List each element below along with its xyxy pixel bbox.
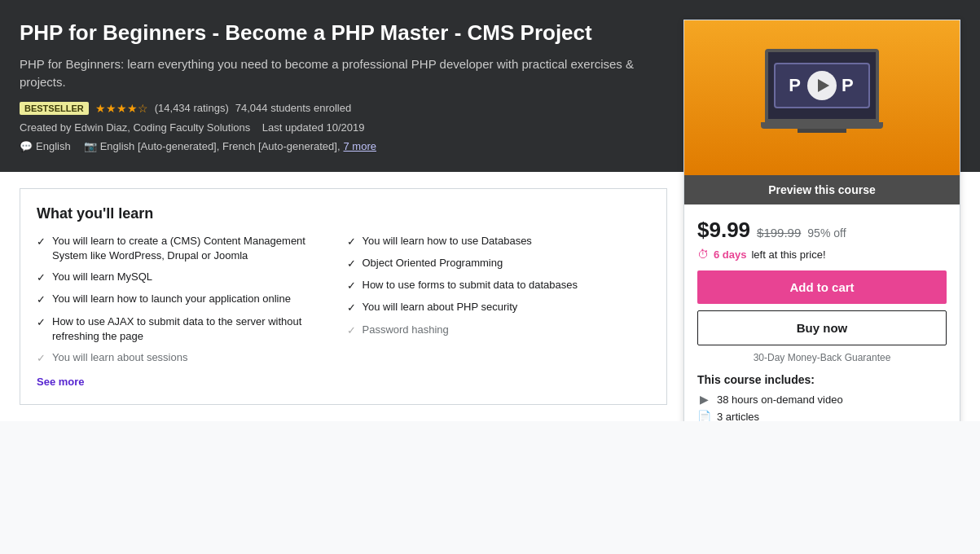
captions-label: English [Auto-generated], French [Auto-g… xyxy=(100,140,341,152)
checkmark-icon: ✓ xyxy=(347,235,356,249)
language-row: 💬 English 📷 English [Auto-generated], Fr… xyxy=(20,140,655,152)
course-preview[interactable]: P P xyxy=(684,20,960,175)
original-price: $199.99 xyxy=(757,226,801,240)
checkmark-icon-dimmed: ✓ xyxy=(347,323,356,338)
includes-item-video: ▶ 38 hours on-demand video xyxy=(697,393,947,406)
course-title: PHP for Beginners - Become a PHP Master … xyxy=(20,20,655,47)
timer-bold: 6 days xyxy=(714,248,746,261)
add-to-cart-button[interactable]: Add to cart xyxy=(697,270,947,304)
checkmark-icon: ✓ xyxy=(347,257,356,271)
what-learn-title: What you'll learn xyxy=(37,205,650,222)
buy-now-button[interactable]: Buy now xyxy=(697,310,947,345)
money-back-guarantee: 30-Day Money-Back Guarantee xyxy=(697,352,947,363)
bestseller-badge: BESTSELLER xyxy=(20,102,89,115)
includes-title: This course includes: xyxy=(697,373,947,386)
learn-item: ✓ You will learn how to use Databases xyxy=(347,234,651,249)
includes-item-articles: 📄 3 articles xyxy=(697,410,947,421)
learn-item: ✓ You will learn to create a (CMS) Conte… xyxy=(37,234,341,263)
learn-item: ✓ Object Oriented Programming xyxy=(347,256,651,271)
checkmark-icon: ✓ xyxy=(37,292,46,307)
course-card: P P Preview this cou xyxy=(683,20,960,421)
checkmark-icon: ✓ xyxy=(37,315,46,330)
video-icon: ▶ xyxy=(697,393,710,406)
learn-grid: ✓ You will learn to create a (CMS) Conte… xyxy=(37,234,650,366)
current-price: $9.99 xyxy=(697,218,750,243)
language-item: 💬 English xyxy=(20,140,71,152)
discount-label: 95% off xyxy=(807,226,846,240)
learn-item: ✓ You will learn how to launch your appl… xyxy=(37,292,341,307)
learn-item: ✓ How to use forms to submit data to dat… xyxy=(347,278,651,293)
more-captions-link[interactable]: 7 more xyxy=(344,140,376,152)
checkmark-icon: ✓ xyxy=(37,270,46,285)
what-learn-box: What you'll learn ✓ You will learn to cr… xyxy=(20,188,667,405)
star-rating: ★★★★☆ xyxy=(95,102,148,115)
checkmark-icon: ✓ xyxy=(347,301,356,315)
timer-icon: ⏱ xyxy=(697,248,709,261)
includes-list: ▶ 38 hours on-demand video 📄 3 articles … xyxy=(697,393,947,421)
checkmark-icon: ✓ xyxy=(37,235,46,249)
language-label: English xyxy=(36,140,71,152)
course-subtitle: PHP for Beginners: learn everything you … xyxy=(20,55,655,92)
speech-bubble-icon: 💬 xyxy=(20,140,33,152)
student-count: 74,044 students enrolled xyxy=(235,102,351,114)
rating-count: (14,434 ratings) xyxy=(155,102,229,114)
checkmark-icon-dimmed: ✓ xyxy=(37,351,46,366)
learn-item-dimmed: ✓ You will learn about sessions xyxy=(37,350,341,366)
rating-row: BESTSELLER ★★★★☆ (14,434 ratings) 74,044… xyxy=(20,102,655,115)
includes-articles-text: 3 articles xyxy=(717,411,759,422)
checkmark-icon: ✓ xyxy=(347,279,356,293)
price-row: $9.99 $199.99 95% off xyxy=(697,218,947,243)
captions-item: 📷 English [Auto-generated], French [Auto… xyxy=(84,140,376,152)
preview-label[interactable]: Preview this course xyxy=(684,175,960,204)
learn-item: ✓ How to use AJAX to submit data to the … xyxy=(37,314,341,344)
card-body: $9.99 $199.99 95% off ⏱ 6 days left at t… xyxy=(684,204,960,421)
includes-video-text: 38 hours on-demand video xyxy=(717,394,843,406)
timer-row: ⏱ 6 days left at this price! xyxy=(697,248,947,261)
captions-icon: 📷 xyxy=(84,140,97,152)
author-meta: Created by Edwin Diaz, Coding Faculty So… xyxy=(20,121,655,134)
learn-item: ✓ You will learn MySQL xyxy=(37,270,341,285)
article-icon: 📄 xyxy=(697,410,710,421)
learn-item: ✓ You will learn about PHP security xyxy=(347,300,651,315)
see-more-link[interactable]: See more xyxy=(37,376,85,388)
learn-item-dimmed: ✓ Password hashing xyxy=(347,323,651,338)
timer-text: left at this price! xyxy=(751,248,825,261)
